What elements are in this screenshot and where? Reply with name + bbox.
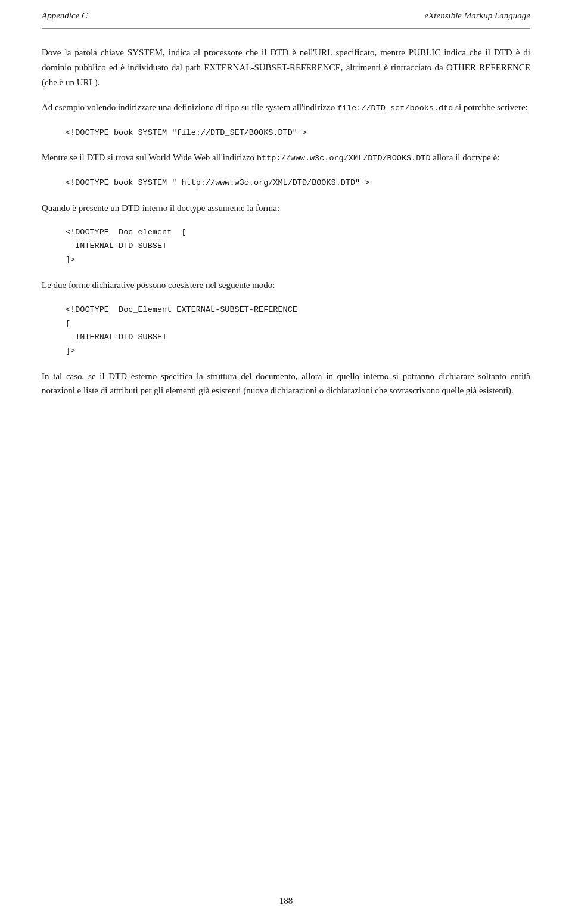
- code-line-3-2: INTERNAL-DTD-SUBSET: [66, 240, 530, 253]
- paragraph-2: Ad esempio volendo indirizzare una defin…: [42, 100, 530, 115]
- inline-code-2: http://www.w3c.org/XML/DTD/BOOKS.DTD: [257, 154, 431, 163]
- code-line-3-1: <!DOCTYPE Doc_element [: [66, 226, 530, 240]
- code-block-3: <!DOCTYPE Doc_element [ INTERNAL-DTD-SUB…: [66, 226, 530, 267]
- paragraph-4: Quando è presente un DTD interno il doct…: [42, 201, 530, 216]
- code-line-4-1: <!DOCTYPE Doc_Element EXTERNAL-SUBSET-RE…: [66, 303, 530, 317]
- header-left: Appendice C: [42, 11, 88, 21]
- header-right: eXtensible Markup Language: [425, 11, 530, 21]
- code-line-4-3: INTERNAL-DTD-SUBSET: [66, 331, 530, 345]
- paragraph-6: In tal caso, se il DTD esterno specifica…: [42, 369, 530, 399]
- paragraph-5: Le due forme dichiarative possono coesis…: [42, 278, 530, 293]
- page-footer: 188: [0, 896, 572, 906]
- page-number: 188: [279, 896, 293, 906]
- main-content: Dove la parola chiave SYSTEM, indica al …: [42, 29, 530, 445]
- code-block-2: <!DOCTYPE book SYSTEM " http://www.w3c.o…: [66, 176, 530, 190]
- code-line-4-2: [: [66, 317, 530, 331]
- paragraph-3: Mentre se il DTD si trova sul World Wide…: [42, 150, 530, 165]
- code-line-1-1: <!DOCTYPE book SYSTEM "file://DTD_SET/BO…: [66, 126, 530, 140]
- code-line-2-1: <!DOCTYPE book SYSTEM " http://www.w3c.o…: [66, 176, 530, 190]
- code-line-3-3: ]>: [66, 253, 530, 267]
- paragraph-1: Dove la parola chiave SYSTEM, indica al …: [42, 45, 530, 89]
- page-container: Appendice C eXtensible Markup Language D…: [0, 0, 572, 924]
- code-block-4: <!DOCTYPE Doc_Element EXTERNAL-SUBSET-RE…: [66, 303, 530, 358]
- inline-code-1: file://DTD_set/books.dtd: [337, 104, 453, 113]
- page-header: Appendice C eXtensible Markup Language: [42, 0, 530, 29]
- code-block-1: <!DOCTYPE book SYSTEM "file://DTD_SET/BO…: [66, 126, 530, 140]
- code-line-4-4: ]>: [66, 345, 530, 358]
